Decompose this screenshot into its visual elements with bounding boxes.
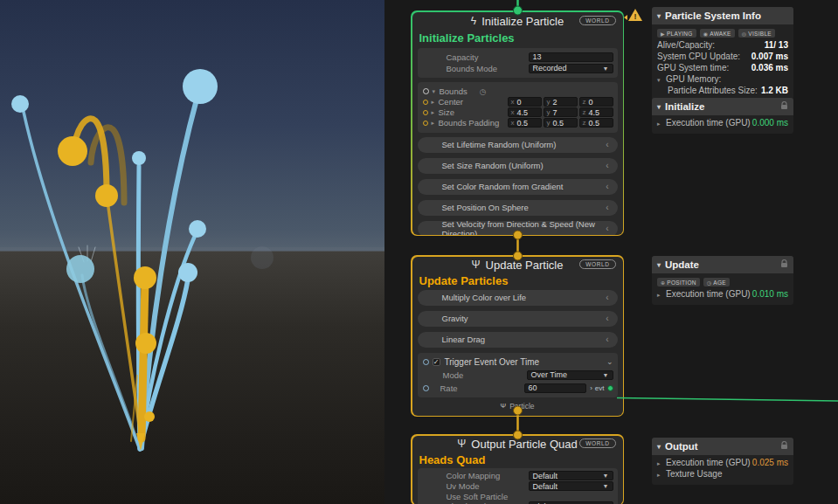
particle-system-info-panel: ▾ Particle System Info ▶PLAYING ◉AWAKE ◎… (652, 7, 793, 101)
trigger-port[interactable] (423, 359, 429, 365)
center-row[interactable]: ▸ Center x0 y2 z0 (422, 97, 613, 107)
foldout-closed-icon[interactable]: ▸ (432, 120, 439, 127)
execution-time-row[interactable]: ▸ Execution time (GPU) 0.000 ms (657, 118, 788, 129)
trigger-header-row[interactable]: ✓ Trigger Event Over Time ⌄ (422, 356, 613, 369)
execution-time-row[interactable]: ▸ Execution time (GPU) 0.025 ms (657, 458, 788, 469)
scene-view[interactable] (0, 0, 384, 504)
padding-y-input[interactable]: y0.5 (544, 118, 578, 128)
bounds-mode-dropdown[interactable]: Recorded ▼ (529, 64, 613, 73)
rate-input[interactable]: 60 (524, 383, 587, 393)
block-multiply-color[interactable]: Multiply Color over Life ‹ (418, 290, 618, 306)
foldout-closed-icon[interactable]: ▸ (432, 109, 439, 116)
color-mapping-label: Color Mapping (447, 471, 529, 480)
panel-title: Output (665, 441, 698, 452)
lock-icon[interactable] (780, 259, 788, 270)
bounds-padding-row[interactable]: ▸ Bounds Padding x0.5 y0.5 z0.5 (422, 118, 613, 128)
execution-time-row[interactable]: ▸ Execution time (GPU) 0.010 ms (657, 289, 788, 300)
collapse-icon[interactable]: ‹ (606, 140, 608, 149)
size-port[interactable] (423, 110, 428, 115)
world-space-badge[interactable]: WORLD (579, 438, 615, 448)
chevron-down-icon[interactable]: ⌄ (606, 357, 613, 366)
foldout-open-icon[interactable]: ▾ (657, 77, 666, 84)
foldout-closed-icon[interactable]: ▸ (657, 460, 666, 467)
center-z-input[interactable]: z0 (579, 97, 613, 107)
context-update[interactable]: Ψ Update Particle WORLD Update Particles… (411, 255, 624, 417)
block-set-size-random[interactable]: Set Size Random (Uniform) ‹ (418, 158, 618, 174)
world-space-badge[interactable]: WORLD (579, 259, 615, 269)
block-set-color-random[interactable]: Set Color Random from Gradient ‹ (418, 179, 618, 195)
padding-x-input[interactable]: x0.5 (508, 118, 542, 128)
foldout-closed-icon[interactable]: ▸ (657, 472, 666, 479)
panel-header[interactable]: ▾ Initialize (652, 98, 793, 115)
color-mapping-dropdown[interactable]: Default▼ (529, 471, 613, 480)
padding-z-input[interactable]: z0.5 (579, 118, 613, 128)
context-update-titlebar[interactable]: Ψ Update Particle WORLD (418, 257, 618, 273)
chevron-down-icon[interactable]: ▾ (657, 443, 661, 451)
lock-icon[interactable] (780, 441, 788, 452)
center-port[interactable] (423, 100, 428, 105)
collapse-icon[interactable]: ‹ (606, 224, 608, 233)
chevron-down-icon: ▼ (603, 473, 609, 479)
collapse-icon[interactable]: ‹ (606, 335, 608, 344)
center-y-input[interactable]: y2 (544, 97, 578, 107)
bounds-port[interactable] (423, 88, 429, 94)
size-label: Size (439, 107, 454, 117)
chevron-down-icon[interactable]: ▾ (657, 261, 661, 269)
block-trigger-event-over-time[interactable]: ✓ Trigger Event Over Time ⌄ Mode Over Ti… (418, 353, 618, 397)
rate-port[interactable] (423, 385, 429, 391)
capacity-input[interactable]: 13 (529, 52, 613, 62)
output-settings-box: Color Mapping Default▼ Uv Mode Default▼ … (418, 468, 618, 504)
context-title: Update Particle (486, 259, 564, 272)
panel-header[interactable]: ▾ Output (652, 438, 793, 455)
world-space-badge[interactable]: WORLD (579, 16, 615, 25)
system-label[interactable]: Update Particles (418, 273, 618, 290)
chevron-right-icon: › (590, 384, 592, 392)
init-settings-box: Capacity 13 Bounds Mode Recorded ▼ (418, 48, 618, 78)
panel-title: Initialize (665, 101, 704, 112)
uv-mode-dropdown[interactable]: Default▼ (529, 481, 613, 491)
system-label[interactable]: Initialize Particles (418, 31, 618, 48)
gpu-memory-row[interactable]: ▾ GPU Memory: (657, 74, 788, 86)
collapse-icon[interactable]: ‹ (606, 182, 608, 191)
center-label: Center (439, 97, 464, 107)
size-y-input[interactable]: y7 (544, 107, 578, 117)
collapse-icon[interactable]: ‹ (606, 293, 608, 302)
evt-port-dot[interactable] (607, 385, 613, 391)
lock-icon[interactable] (780, 101, 788, 112)
trigger-enabled-checkbox[interactable]: ✓ (433, 358, 440, 366)
texture-usage-row[interactable]: ▸ Texture Usage (657, 469, 788, 480)
block-gravity[interactable]: Gravity ‹ (418, 311, 618, 327)
center-x-input[interactable]: x0 (508, 97, 542, 107)
panel-title: Update (665, 259, 699, 270)
chevron-down-icon[interactable]: ▾ (657, 12, 661, 20)
collapse-icon[interactable]: ‹ (606, 314, 608, 323)
system-label[interactable]: Heads Quad (418, 452, 618, 468)
block-linear-drag[interactable]: Linear Drag ‹ (418, 332, 618, 348)
size-z-input[interactable]: z4.5 (579, 107, 613, 117)
block-set-position-on-sphere[interactable]: Set Position On Sphere ‹ (418, 200, 618, 216)
foldout-closed-icon[interactable]: ▸ (432, 99, 439, 106)
context-output-titlebar[interactable]: Ψ Output Particle Quad WORLD (418, 436, 618, 452)
context-initialize-titlebar[interactable]: ϟ Initialize Particle WORLD (418, 12, 618, 31)
visible-icon: ◎ (742, 31, 747, 37)
size-row[interactable]: ▸ Size x4.5 y7 z4.5 (422, 107, 613, 118)
chevron-down-icon[interactable]: ▾ (657, 103, 661, 111)
bounds-row[interactable]: ▾ Bounds ◷ (422, 86, 613, 97)
context-output[interactable]: Ψ Output Particle Quad WORLD Heads Quad … (411, 434, 624, 504)
foldout-closed-icon[interactable]: ▸ (657, 121, 666, 128)
mode-dropdown[interactable]: Over Time ▼ (527, 370, 613, 380)
collapse-icon[interactable]: ‹ (606, 203, 608, 212)
size-x-input[interactable]: x4.5 (508, 107, 542, 117)
panel-header[interactable]: ▾ Update (652, 256, 793, 273)
evt-output-port[interactable]: › evt (590, 384, 613, 392)
use-soft-particle-label: Use Soft Particle (447, 492, 529, 501)
panel-header[interactable]: ▾ Particle System Info (652, 7, 793, 24)
foldout-closed-icon[interactable]: ▸ (657, 292, 666, 299)
color-mapping-row: Color Mapping Default▼ (422, 471, 613, 481)
foldout-open-icon[interactable]: ▾ (433, 88, 440, 95)
block-set-lifetime-random[interactable]: Set Lifetime Random (Uniform) ‹ (418, 137, 618, 153)
collapse-icon[interactable]: ‹ (606, 161, 608, 170)
context-initialize[interactable]: ϟ Initialize Particle WORLD Initialize P… (411, 10, 624, 236)
block-set-velocity[interactable]: Set Velocity from Direction & Speed (New… (418, 221, 618, 235)
bounds-padding-port[interactable] (423, 121, 428, 126)
